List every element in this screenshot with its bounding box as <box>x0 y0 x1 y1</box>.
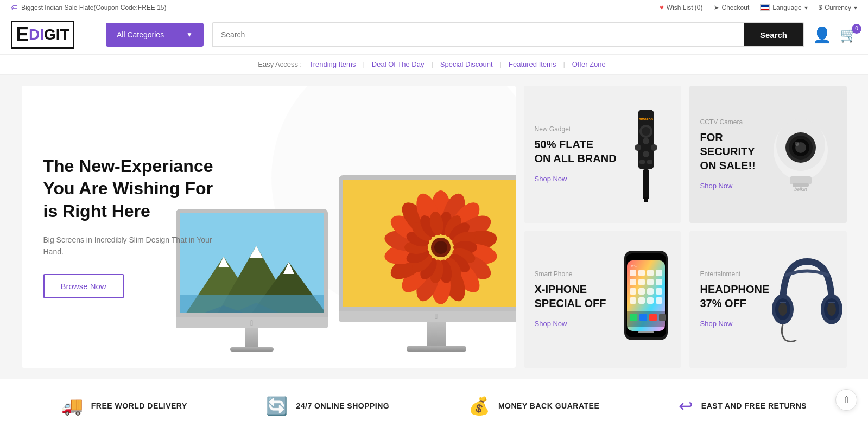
promo-area: 🏷 Biggest Indian Sale Flate(Coupon Code:… <box>11 3 167 11</box>
checkout-label: Checkout <box>722 4 750 11</box>
search-button[interactable]: Search <box>744 23 803 46</box>
nav-link-discount[interactable]: Special Discount <box>436 60 497 68</box>
separator-4: | <box>563 60 565 68</box>
nav-link-offer[interactable]: Offer Zone <box>568 60 610 68</box>
dollar-icon: $ <box>819 4 822 11</box>
monitor-large-screen <box>339 175 516 311</box>
separator-1: | <box>363 60 364 68</box>
wishlist-link[interactable]: ♥ Wish List (0) <box>660 3 702 11</box>
easy-access-label: Easy Access : <box>258 60 302 68</box>
chevron-down-icon: ▾ <box>804 4 808 11</box>
monitors-container:  <box>176 175 516 368</box>
nav-link-featured[interactable]: Featured Items <box>504 60 560 68</box>
logo-letter-e: E <box>16 23 29 46</box>
language-link[interactable]: Language ▾ <box>760 4 807 11</box>
svg-rect-67 <box>638 270 645 276</box>
gadget-image: amazon <box>622 104 670 204</box>
nav-link-trending[interactable]: Trending Items <box>305 60 360 68</box>
svg-rect-79 <box>638 297 645 304</box>
svg-rect-76 <box>647 288 654 295</box>
feature-returns: ↩ EAST AND FREE RETURNS <box>679 396 807 416</box>
hero-description: Big Screens in Incredibly Slim Design Th… <box>43 234 217 258</box>
separator-2: | <box>431 60 433 68</box>
categories-button[interactable]: All Categories ▼ <box>106 23 204 47</box>
returns-icon: ↩ <box>679 396 693 416</box>
scroll-up-button[interactable]: ⇧ <box>835 389 857 411</box>
logo-border: E DI GIT <box>11 21 74 49</box>
checkout-icon: ➤ <box>714 4 719 11</box>
search-bar: Search <box>212 22 804 47</box>
promo-card-cctv: CCTV Camera FOR SECURITYON SALE!! Shop N… <box>689 86 847 223</box>
cart-badge: 0 <box>852 24 861 34</box>
headphone-image <box>769 251 845 348</box>
top-bar-right: ♥ Wish List (0) ➤ Checkout Language ▾ $ … <box>660 3 857 11</box>
flag-icon <box>760 4 770 11</box>
svg-rect-70 <box>630 279 636 285</box>
feature-delivery-text: FREE WORLD DELIVERY <box>91 401 187 410</box>
language-label: Language <box>772 4 801 11</box>
user-account-button[interactable]: 👤 <box>813 26 832 44</box>
gadget-shop-now[interactable]: Shop Now <box>535 175 567 183</box>
search-input[interactable] <box>213 23 744 46</box>
cctv-shop-now[interactable]: Shop Now <box>700 182 733 190</box>
svg-rect-81 <box>656 297 662 304</box>
phone-image: 9:41 <box>622 251 670 348</box>
svg-text:belkin: belkin <box>794 187 807 192</box>
svg-rect-59 <box>643 169 649 199</box>
currency-link[interactable]: $ Currency ▾ <box>819 4 857 11</box>
promo-card-gadget-text: New Gadget 50% FLATEON ALL BRAND Shop No… <box>535 125 622 183</box>
monitor-large:  <box>339 175 516 352</box>
phone-category: Smart Phone <box>535 270 622 278</box>
svg-rect-87 <box>638 331 654 333</box>
svg-rect-88 <box>638 253 654 258</box>
feature-returns-text: EAST AND FREE RETURNS <box>701 401 807 410</box>
top-bar: 🏷 Biggest Indian Sale Flate(Coupon Code:… <box>0 0 868 15</box>
promo-card-gadget: New Gadget 50% FLATEON ALL BRAND Shop No… <box>524 86 681 223</box>
svg-rect-69 <box>656 270 662 276</box>
headphone-shop-now[interactable]: Shop Now <box>700 320 733 328</box>
svg-point-53 <box>635 144 641 151</box>
feature-delivery-label: FREE WORLD DELIVERY <box>91 401 187 410</box>
promo-text: Biggest Indian Sale Flate(Coupon Code:FR… <box>21 4 167 11</box>
main-content: The New-Experiance You Are Wishing For i… <box>11 86 858 368</box>
svg-rect-85 <box>649 314 657 321</box>
svg-rect-74 <box>630 288 636 295</box>
header-icons: 👤 🛒 0 <box>813 26 857 44</box>
feature-shopping: 🔄 24/7 ONLINE SHOPPING <box>266 396 389 416</box>
svg-point-101 <box>778 303 787 316</box>
hero-image-area:  <box>194 86 516 368</box>
cart-button[interactable]: 🛒 0 <box>840 27 857 43</box>
tag-icon: 🏷 <box>11 3 18 11</box>
separator-3: | <box>500 60 502 68</box>
phone-title: X-IPHONESPECIAL OFF <box>535 282 622 310</box>
money-icon: 💰 <box>468 396 490 416</box>
logo[interactable]: E DI GIT <box>11 21 98 49</box>
chevron-icon: ▼ <box>186 31 193 39</box>
feature-money-text: MONEY BACK GUARATEE <box>498 401 599 410</box>
feature-shopping-label: 24/7 ONLINE SHOPPING <box>296 401 389 410</box>
feature-money-label: MONEY BACK GUARATEE <box>498 401 599 410</box>
svg-rect-71 <box>638 279 645 285</box>
checkout-link[interactable]: ➤ Checkout <box>714 4 750 11</box>
headphone-title: HEADPHONE37% OFF <box>700 282 770 310</box>
nav-bar: Easy Access : Trending Items | Deal Of T… <box>0 55 868 75</box>
cctv-image: belkin <box>765 112 836 196</box>
gadget-title: 50% FLATEON ALL BRAND <box>535 137 622 165</box>
monitor-small-base <box>230 347 274 352</box>
apple-logo-small:  <box>250 318 253 327</box>
promo-card-headphone-text: Entertainment HEADPHONE37% OFF Shop Now <box>700 270 770 328</box>
categories-label: All Categories <box>117 30 164 39</box>
browse-now-button[interactable]: Browse Now <box>43 274 124 298</box>
svg-rect-84 <box>639 314 647 321</box>
feature-returns-label: EAST AND FREE RETURNS <box>701 401 807 410</box>
nav-link-deal[interactable]: Deal Of The Day <box>368 60 429 68</box>
logo-letters-git: GIT <box>44 26 69 43</box>
svg-rect-68 <box>647 270 654 276</box>
hero-text: The New-Experiance You Are Wishing For i… <box>43 155 217 299</box>
promo-card-phone-text: Smart Phone X-IPHONESPECIAL OFF Shop Now <box>535 270 622 328</box>
phone-shop-now[interactable]: Shop Now <box>535 320 567 328</box>
monitor-large-stand <box>427 322 446 346</box>
promo-column-1: New Gadget 50% FLATEON ALL BRAND Shop No… <box>524 86 681 368</box>
svg-rect-60 <box>644 197 648 202</box>
truck-icon: 🚚 <box>61 396 83 416</box>
